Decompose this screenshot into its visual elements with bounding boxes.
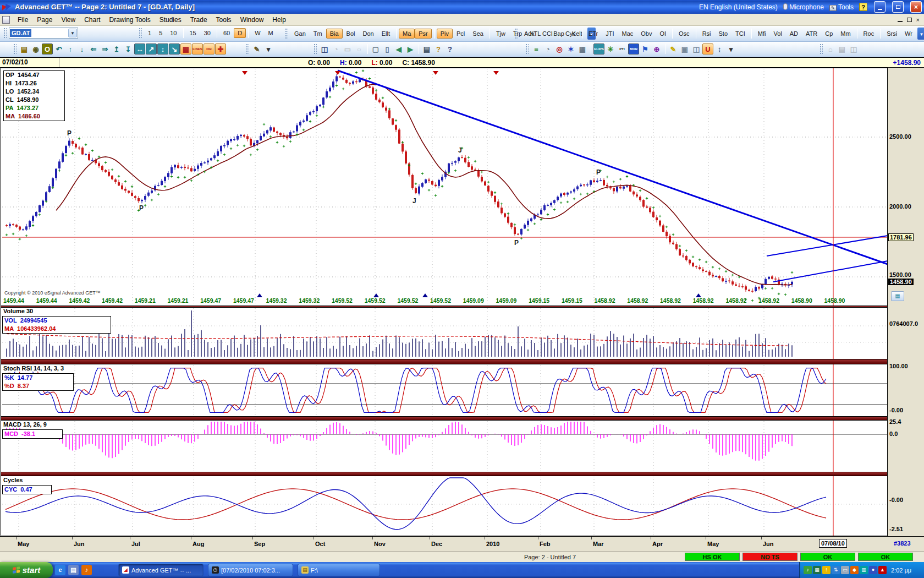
study-oi-button[interactable]: OI	[656, 29, 670, 39]
timeframe-w-button[interactable]: W	[251, 28, 264, 38]
tray-volume-icon[interactable]: ♪	[804, 566, 812, 574]
study-mac-button[interactable]: Mac	[618, 29, 637, 39]
menu-drawing-tools[interactable]: Drawing Tools	[105, 14, 155, 25]
toolbar-handle[interactable]	[525, 43, 529, 54]
prev-page-icon[interactable]: ◀	[393, 43, 404, 54]
study-sto-button[interactable]: Sto	[715, 29, 732, 39]
timeframe-10-button[interactable]: 10	[166, 28, 180, 38]
ie-icon[interactable]: e	[55, 565, 65, 575]
remove-bar-icon[interactable]: ↧	[123, 43, 134, 54]
taskbar-clock[interactable]: 2:02 μμ	[891, 567, 911, 574]
study-osc-button[interactable]: Osc	[675, 29, 694, 39]
timeframe-m-button[interactable]: M	[265, 28, 277, 38]
study-rsi-button[interactable]: Rsi	[698, 29, 715, 39]
combo-dropdown-icon[interactable]: ▼	[68, 29, 77, 37]
tray-alert-icon[interactable]: ▲	[878, 566, 887, 574]
chart-workspace[interactable]: PPJJPP	[0, 68, 887, 551]
toolbar-handle[interactable]	[515, 28, 518, 39]
macd-chart[interactable]	[1, 420, 888, 472]
toolbar-handle[interactable]	[820, 43, 823, 54]
study-gan-button[interactable]: Gan	[290, 29, 310, 39]
child-restore-button[interactable]	[907, 17, 912, 23]
menu-tools[interactable]: Tools	[212, 14, 236, 25]
tray-chart-icon[interactable]: ▦	[813, 566, 821, 574]
child-minimize-button[interactable]	[898, 17, 903, 23]
split-view-icon[interactable]: ↨	[714, 43, 725, 54]
study-vol-button[interactable]: Vol	[769, 29, 785, 39]
add-bar-icon[interactable]: ↥	[111, 43, 122, 54]
pti-icon[interactable]: PTI	[617, 43, 628, 54]
tray-network-icon[interactable]: ▥	[860, 566, 868, 574]
study-ellt-button[interactable]: Ellt	[378, 29, 394, 39]
ellipse-tool-icon[interactable]: ELIPS	[593, 43, 604, 54]
study-adx-button[interactable]: Adx	[520, 29, 538, 39]
restore-button[interactable]	[892, 1, 904, 13]
undo-icon[interactable]: ↶	[53, 43, 64, 54]
toolbar-handle[interactable]	[139, 28, 142, 39]
study-obv-button[interactable]: Obv	[637, 29, 656, 39]
media-player-icon[interactable]: ♪	[81, 565, 92, 575]
grid-toggle-icon[interactable]: ▦	[180, 43, 191, 54]
study-sea-button[interactable]: Sea	[469, 29, 487, 39]
language-help-button[interactable]: ?	[859, 3, 867, 11]
fan-lines-icon[interactable]: ✶	[565, 43, 576, 54]
study-psr-button[interactable]: Psr	[415, 29, 432, 39]
study-ad-button[interactable]: AD	[786, 29, 802, 39]
layout-grid-icon[interactable]: ▣	[679, 43, 690, 54]
open-layout-icon[interactable]: ▤	[19, 43, 30, 54]
mob-icon[interactable]: MOB	[628, 43, 639, 54]
tray-update-icon[interactable]: ◆	[850, 566, 859, 574]
zoom-in-icon[interactable]: ↗	[146, 43, 157, 54]
tray-esignal-icon[interactable]: ●	[869, 566, 877, 574]
close-button[interactable]: ×	[910, 1, 922, 13]
timeframe-60-button[interactable]: 60	[219, 28, 234, 38]
menu-chart[interactable]: Chart	[80, 14, 105, 25]
more-tools-dropdown-icon[interactable]: ▾	[725, 43, 736, 54]
study-atr-button[interactable]: ATR	[802, 29, 821, 39]
lines-icon[interactable]: LINES	[192, 43, 203, 54]
menu-view[interactable]: View	[57, 14, 80, 25]
toolbar-handle[interactable]	[246, 43, 249, 54]
study-don-button[interactable]: Don	[359, 29, 378, 39]
time-cycle-icon[interactable]: ◔	[542, 43, 553, 54]
interval-o-icon[interactable]: O	[42, 43, 53, 54]
menu-help[interactable]: Help	[268, 14, 290, 25]
price-chart[interactable]: PPJJPP	[1, 68, 888, 306]
task-export-log[interactable]: ◷[07/02/2010 07:02:3...	[208, 564, 293, 576]
tray-shield-icon[interactable]: !	[822, 566, 831, 574]
task-advanced-get[interactable]: ◢Advanced GET™ -- ...	[118, 564, 204, 576]
menu-studies[interactable]: Studies	[155, 14, 186, 25]
timeframe-d-button[interactable]: D	[234, 28, 246, 38]
toolbar-handle[interactable]	[285, 28, 288, 39]
study-ma-button[interactable]: Ma	[399, 29, 415, 39]
toolbar-handle[interactable]	[13, 43, 16, 54]
zoom-out-icon[interactable]: ↘	[169, 43, 180, 54]
fib-icon[interactable]: FIB	[204, 43, 215, 54]
menu-page[interactable]: Page	[32, 14, 57, 25]
minimize-button[interactable]	[874, 1, 886, 13]
scroll-right-icon[interactable]: ⇒	[100, 43, 111, 54]
timeframe-1-button[interactable]: 1	[144, 28, 155, 38]
child-close-button[interactable]: ×	[916, 17, 920, 23]
document-icon[interactable]	[2, 16, 10, 24]
next-page-icon[interactable]: ▶	[405, 43, 416, 54]
study-tm-button[interactable]: Tm	[310, 29, 326, 39]
study-mfi-button[interactable]: Mfi	[754, 29, 770, 39]
zoom-vertical-icon[interactable]: ↕	[157, 43, 168, 54]
study-cyc-button[interactable]: Cyc	[562, 29, 580, 39]
study-jti-button[interactable]: JTI	[602, 29, 618, 39]
study-mm-button[interactable]: Mm	[837, 29, 854, 39]
cycles-chart[interactable]	[1, 476, 888, 536]
study-more-dropdown-icon[interactable]: ▼	[917, 28, 924, 40]
help-icon[interactable]: ?	[433, 43, 444, 54]
study-cp-button[interactable]: Cp	[821, 29, 837, 39]
study-pcl-button[interactable]: Pcl	[453, 29, 469, 39]
magnify-icon[interactable]: ⊕	[651, 43, 662, 54]
scroll-down-icon[interactable]: ↓	[76, 43, 87, 54]
show-desktop-icon[interactable]: ▤	[68, 565, 79, 575]
delete-page-icon[interactable]: ▯	[382, 43, 393, 54]
microphone-toggle[interactable]: Microphone	[783, 3, 824, 11]
copy-page-icon[interactable]: ◫	[691, 43, 702, 54]
study-piv-button[interactable]: Piv	[437, 29, 453, 39]
target-icon[interactable]: ◎	[554, 43, 565, 54]
